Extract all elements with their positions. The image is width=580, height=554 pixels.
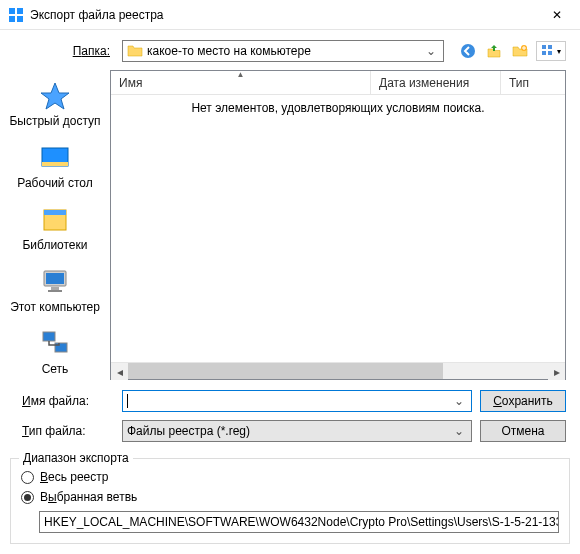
- network-icon: [39, 328, 71, 360]
- scroll-thumb[interactable]: [128, 363, 443, 379]
- svg-rect-1: [17, 8, 23, 14]
- place-libraries[interactable]: Библиотеки: [0, 198, 110, 258]
- place-label: Сеть: [42, 362, 69, 376]
- export-range-title: Диапазон экспорта: [19, 451, 133, 465]
- svg-rect-2: [9, 16, 15, 22]
- svg-rect-6: [542, 45, 546, 49]
- radio-icon: [21, 471, 34, 484]
- export-range-group: Диапазон экспорта Весь реестр Выбранная …: [10, 458, 570, 544]
- svg-rect-7: [548, 45, 552, 49]
- views-button[interactable]: ▾: [536, 41, 566, 61]
- column-date[interactable]: Дата изменения: [371, 71, 501, 94]
- newfolder-button[interactable]: [510, 41, 530, 61]
- places-bar: Быстрый доступ Рабочий стол Библиотеки Э…: [0, 70, 110, 380]
- libraries-icon: [39, 204, 71, 236]
- toolbar: ▾: [452, 41, 566, 61]
- place-desktop[interactable]: Рабочий стол: [0, 136, 110, 196]
- svg-rect-13: [44, 210, 66, 215]
- svg-rect-3: [17, 16, 23, 22]
- main-area: Быстрый доступ Рабочий стол Библиотеки Э…: [0, 70, 580, 380]
- svg-rect-16: [51, 287, 59, 290]
- close-icon: ✕: [552, 8, 562, 22]
- svg-rect-0: [9, 8, 15, 14]
- place-label: Рабочий стол: [17, 176, 92, 190]
- horizontal-scrollbar[interactable]: ◂ ▸: [111, 362, 565, 379]
- form-rows: Имя файла: ⌄ Сохранить Тип файла: Файлы …: [0, 380, 580, 454]
- computer-icon: [39, 266, 71, 298]
- desktop-icon: [39, 142, 71, 174]
- svg-rect-17: [48, 290, 62, 292]
- sort-up-icon: ▲: [237, 70, 245, 79]
- place-label: Библиотеки: [22, 238, 87, 252]
- back-button[interactable]: [458, 41, 478, 61]
- scroll-track[interactable]: [128, 363, 548, 379]
- window-title: Экспорт файла реестра: [30, 8, 534, 22]
- svg-rect-18: [43, 332, 55, 341]
- titlebar: Экспорт файла реестра ✕: [0, 0, 580, 30]
- column-name[interactable]: Имя ▲: [111, 71, 371, 94]
- scroll-left-icon[interactable]: ◂: [111, 363, 128, 380]
- close-button[interactable]: ✕: [534, 0, 580, 30]
- filetype-combo[interactable]: Файлы реестра (*.reg) ⌄: [122, 420, 472, 442]
- scroll-right-icon[interactable]: ▸: [548, 363, 565, 380]
- save-button[interactable]: Сохранить: [480, 390, 566, 412]
- folder-combo[interactable]: какое-то место на комьютере ⌄: [122, 40, 444, 62]
- cancel-button[interactable]: Отмена: [480, 420, 566, 442]
- radio-selected-branch[interactable]: Выбранная ветвь: [21, 487, 559, 507]
- app-icon: [8, 7, 24, 23]
- filename-label: Имя файла:: [14, 394, 114, 408]
- filename-input[interactable]: ⌄: [122, 390, 472, 412]
- folder-row: Папка: какое-то место на комьютере ⌄ ▾: [0, 30, 580, 70]
- chevron-down-icon: ⌄: [423, 44, 439, 58]
- radio-all-registry[interactable]: Весь реестр: [21, 467, 559, 487]
- folder-icon: [127, 43, 143, 59]
- folder-label: Папка:: [14, 44, 114, 58]
- file-list: Имя ▲ Дата изменения Тип Нет элементов, …: [110, 70, 566, 380]
- place-quick-access[interactable]: Быстрый доступ: [0, 74, 110, 134]
- svg-rect-9: [548, 51, 552, 55]
- place-label: Быстрый доступ: [9, 114, 100, 128]
- place-network[interactable]: Сеть: [0, 322, 110, 382]
- column-type[interactable]: Тип: [501, 71, 565, 94]
- file-list-body: Нет элементов, удовлетворяющих условиям …: [111, 95, 565, 362]
- folder-value: какое-то место на комьютере: [147, 44, 423, 58]
- star-icon: [39, 80, 71, 112]
- filetype-row: Тип файла: Файлы реестра (*.reg) ⌄ Отмен…: [14, 416, 566, 446]
- up-button[interactable]: [484, 41, 504, 61]
- branch-path-input[interactable]: HKEY_LOCAL_MACHINE\SOFTWARE\WOW6432Node\…: [39, 511, 559, 533]
- svg-rect-15: [46, 273, 64, 284]
- place-label: Этот компьютер: [10, 300, 100, 314]
- chevron-down-icon: ▾: [557, 47, 561, 56]
- filetype-label: Тип файла:: [14, 424, 114, 438]
- svg-rect-8: [542, 51, 546, 55]
- place-this-pc[interactable]: Этот компьютер: [0, 260, 110, 320]
- radio-icon: [21, 491, 34, 504]
- svg-rect-11: [42, 162, 68, 166]
- file-list-header: Имя ▲ Дата изменения Тип: [111, 71, 565, 95]
- filename-row: Имя файла: ⌄ Сохранить: [14, 386, 566, 416]
- branch-path-value: HKEY_LOCAL_MACHINE\SOFTWARE\WOW6432Node\…: [44, 515, 559, 529]
- empty-message: Нет элементов, удовлетворяющих условиям …: [191, 101, 484, 115]
- chevron-down-icon: ⌄: [451, 394, 467, 408]
- filetype-value: Файлы реестра (*.reg): [127, 424, 451, 438]
- chevron-down-icon: ⌄: [451, 424, 467, 438]
- svg-point-4: [461, 44, 475, 58]
- filename-value: [127, 394, 451, 409]
